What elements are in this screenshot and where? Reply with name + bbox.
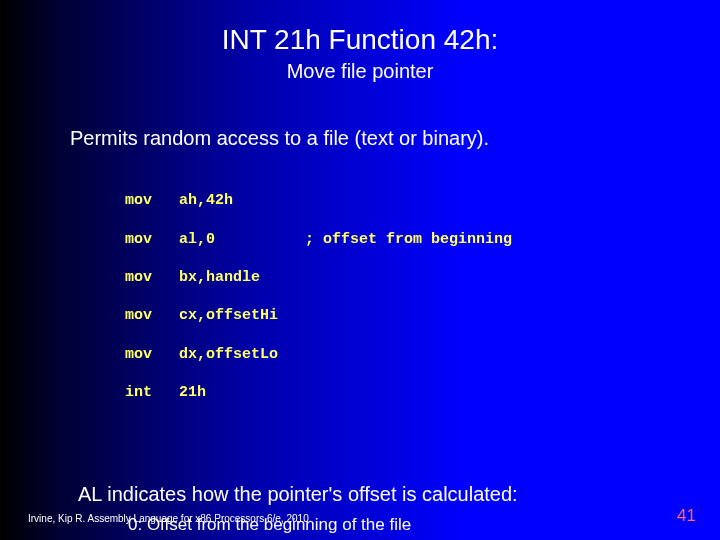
footer-citation: Irvine, Kip R. Assembly Language for x86… xyxy=(28,513,312,524)
list-item: 1: Offset from the current pointer locat… xyxy=(128,536,720,540)
code-line: mov dx,offsetLo xyxy=(125,345,720,364)
code-line: mov bx,handle xyxy=(125,268,720,287)
slide-title: INT 21h Function 42h: xyxy=(0,0,720,56)
page-number: 41 xyxy=(677,506,696,526)
al-description: AL indicates how the pointer's offset is… xyxy=(78,483,720,506)
code-line: mov ah,42h xyxy=(125,191,720,210)
intro-text: Permits random access to a file (text or… xyxy=(70,127,720,150)
code-block: mov ah,42h mov al,0 ; offset from beginn… xyxy=(125,172,720,421)
code-line: mov al,0 ; offset from beginning xyxy=(125,230,720,249)
code-line: int 21h xyxy=(125,383,720,402)
slide-subtitle: Move file pointer xyxy=(0,60,720,83)
code-line: mov cx,offsetHi xyxy=(125,306,720,325)
